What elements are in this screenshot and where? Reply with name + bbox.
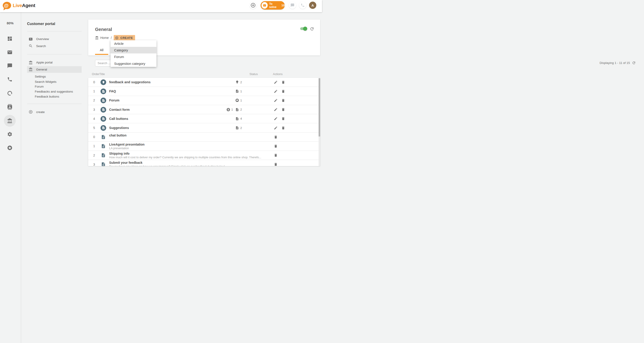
trash-icon: [281, 90, 285, 93]
plus-circle-icon: [29, 110, 33, 114]
trash-icon: [274, 135, 278, 139]
sidebar-item-forum[interactable]: Forum: [35, 85, 44, 88]
top-bar: @ LiveAgent To solve 10 A: [0, 0, 322, 12]
trash-icon: [281, 80, 285, 84]
to-solve-label: To solve: [269, 2, 280, 9]
sidebar-item-general[interactable]: General: [27, 66, 82, 73]
contacts-icon[interactable]: [7, 104, 12, 110]
column-header-status: Status: [250, 72, 258, 76]
document-icon: [101, 162, 106, 166]
delete-button[interactable]: [281, 78, 286, 87]
pencil-icon: [274, 98, 278, 102]
brand-text: LiveAgent: [13, 3, 35, 8]
create-button[interactable]: CREATE: [114, 35, 135, 40]
breadcrumb: Home / CREATE: [95, 35, 135, 40]
plus-circle-icon: [250, 2, 256, 8]
add-new-button[interactable]: [250, 2, 257, 9]
star-icon[interactable]: [7, 145, 12, 150]
sidebar-item-feedbacks-suggestions[interactable]: Feedbacks and suggestions: [35, 90, 73, 93]
delete-button[interactable]: [281, 123, 286, 132]
table-row-category-call-buttons[interactable]: 4 Call buttons 4: [88, 114, 320, 123]
document-icon: [100, 125, 106, 131]
dashboard-icon[interactable]: [7, 36, 12, 42]
table-row-category-feedback-and-suggestions[interactable]: 0 feedback and suggestions 2: [88, 78, 320, 87]
status-badges: 2: [235, 78, 243, 87]
tab-all[interactable]: All: [95, 48, 108, 52]
menu-item-category[interactable]: Category: [110, 47, 156, 54]
sidebar-item-search[interactable]: Search: [27, 43, 82, 49]
edit-button[interactable]: [274, 114, 278, 123]
edit-button[interactable]: [274, 123, 278, 132]
delete-button[interactable]: [281, 96, 286, 105]
category-table: 0 feedback and suggestions 2 1 FAQ 1 2 F…: [88, 78, 320, 166]
table-scrollbar[interactable]: [318, 78, 320, 166]
table-row-article-shipping-info[interactable]: 2 Shipping info How much will it cost to…: [88, 151, 320, 160]
refresh-icon[interactable]: [310, 26, 314, 31]
envelope-icon: [263, 4, 266, 7]
home-bank-icon: [95, 36, 99, 40]
divider: [27, 31, 82, 32]
document-icon: [100, 98, 106, 103]
sidebar-item-feedback-buttons[interactable]: Feedback buttons: [35, 95, 59, 98]
edit-button[interactable]: [274, 87, 278, 96]
menu-item-suggestion-category[interactable]: Suggestion category: [110, 60, 156, 67]
sidebar-item-search-widgets[interactable]: Search Widgets: [35, 80, 56, 84]
portal-enabled-toggle[interactable]: [300, 27, 306, 30]
toggle-knob: [303, 26, 307, 31]
document-circle-icon: [226, 108, 230, 112]
user-avatar[interactable]: A: [309, 2, 316, 9]
delete-button[interactable]: [281, 105, 286, 114]
delete-button[interactable]: [274, 151, 278, 160]
to-solve-button[interactable]: To solve 10: [260, 1, 285, 10]
breadcrumb-home[interactable]: Home: [100, 36, 109, 40]
menu-item-article[interactable]: Article: [110, 40, 156, 47]
phone-status-button[interactable]: [299, 2, 306, 9]
document-icon: [100, 88, 106, 94]
gear-icon[interactable]: [7, 132, 12, 137]
table-row-article-liveagent-presentation[interactable]: 1 LiveAgent presentation LA presentation: [88, 142, 320, 151]
edit-button[interactable]: [274, 96, 278, 105]
table-row-article-submit-your-feedback[interactable]: 3 Submit your feedback Do you have any i…: [88, 160, 320, 166]
edit-button[interactable]: [274, 78, 278, 87]
sidebar-item-overview[interactable]: Overview: [27, 36, 82, 42]
sidebar-item-create[interactable]: create: [27, 109, 82, 115]
liveagent-logo[interactable]: @ LiveAgent: [3, 2, 35, 9]
chat-bubble-icon: [290, 3, 294, 7]
delete-button[interactable]: [274, 132, 278, 142]
trash-icon: [281, 126, 285, 130]
sidebar-item-settings[interactable]: Settings: [35, 75, 46, 78]
status-badges: 1: [235, 87, 243, 96]
scrollbar-thumb[interactable]: [318, 78, 320, 136]
create-dropdown-menu: Article Category Forum Suggestion catego…: [110, 40, 156, 67]
status-badges: 1: [235, 96, 243, 105]
chat-circle-icon: [235, 98, 239, 102]
trash-icon: [281, 98, 285, 102]
phone-icon[interactable]: [7, 77, 12, 82]
document-icon: [101, 153, 106, 158]
page-title: General: [95, 27, 112, 32]
document-icon: [235, 117, 239, 120]
table-row-category-suggestions[interactable]: 5 Suggestions 2: [88, 123, 320, 132]
history-icon[interactable]: [7, 90, 12, 96]
portal-icon[interactable]: [7, 118, 12, 124]
rail-divider: [20, 12, 20, 172]
delete-button[interactable]: [281, 87, 286, 96]
table-row-category-faq[interactable]: 1 FAQ 1: [88, 87, 320, 96]
menu-item-forum[interactable]: Forum: [110, 54, 156, 60]
chat-icon[interactable]: [7, 63, 12, 68]
at-glyph: @: [4, 3, 8, 8]
mail-icon[interactable]: [7, 50, 12, 55]
delete-button[interactable]: [274, 142, 278, 150]
sidebar-item-apple-portal[interactable]: Apple portal: [27, 59, 82, 66]
badge-search-icon: [29, 37, 33, 41]
table-row-category-forum[interactable]: 2 Forum 1: [88, 96, 320, 105]
table-row-article-chat-button[interactable]: 0 chat button: [88, 132, 320, 142]
document-icon: [100, 107, 106, 112]
delete-button[interactable]: [274, 160, 278, 166]
table-row-category-contact-form[interactable]: 3 Contact form 1 2: [88, 105, 320, 114]
chat-status-button[interactable]: [289, 2, 296, 9]
bank-icon: [29, 67, 33, 72]
delete-button[interactable]: [281, 114, 286, 123]
lightbulb-icon: [235, 80, 239, 84]
edit-button[interactable]: [274, 105, 278, 114]
